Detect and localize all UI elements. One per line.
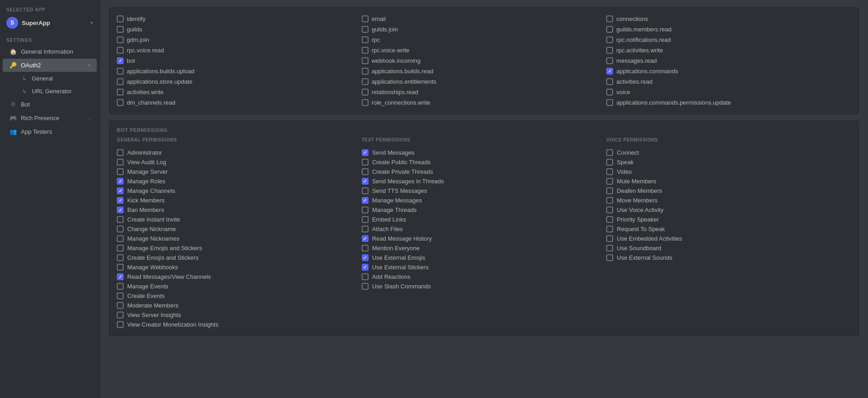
permission-item[interactable]: Manage Nicknames: [117, 234, 358, 243]
permission-item[interactable]: Manage Threads: [362, 205, 603, 215]
scope-item[interactable]: identify: [117, 14, 362, 24]
scope-checkbox[interactable]: [606, 36, 613, 43]
permission-checkbox[interactable]: [117, 197, 124, 204]
permission-checkbox[interactable]: [117, 159, 124, 166]
permission-checkbox[interactable]: [606, 245, 613, 252]
permission-checkbox[interactable]: [117, 273, 124, 280]
permission-item[interactable]: Manage Server: [117, 167, 358, 176]
permission-checkbox[interactable]: [117, 264, 124, 271]
permission-checkbox[interactable]: [362, 168, 369, 175]
permission-item[interactable]: Administrator: [117, 148, 358, 157]
permission-checkbox[interactable]: [362, 226, 369, 232]
app-selector[interactable]: S SuperApp ▾: [0, 14, 100, 31]
scope-checkbox[interactable]: [362, 36, 369, 43]
scope-item[interactable]: rpc.activities.write: [606, 45, 851, 55]
sidebar-item-url-generator[interactable]: ↳ URL Generator: [14, 85, 97, 97]
scope-checkbox[interactable]: [362, 89, 369, 96]
scope-checkbox[interactable]: [117, 89, 124, 96]
permission-checkbox[interactable]: [117, 292, 124, 299]
permission-item[interactable]: Mute Members: [606, 176, 848, 186]
sidebar-item-rich-presence[interactable]: 🎮 Rich Presence ›: [3, 111, 97, 125]
scope-item[interactable]: gdm.join: [117, 35, 362, 45]
permission-item[interactable]: Use Voice Activity: [606, 205, 848, 215]
permission-item[interactable]: Read Message History: [362, 234, 603, 243]
permission-checkbox[interactable]: [606, 207, 613, 213]
permission-checkbox[interactable]: [117, 283, 124, 290]
scope-item[interactable]: guilds.join: [362, 25, 607, 34]
permission-item[interactable]: Connect: [606, 148, 848, 157]
permission-checkbox[interactable]: [362, 273, 369, 280]
permission-item[interactable]: Create Public Threads: [362, 157, 603, 167]
scope-item[interactable]: applications.commands: [606, 66, 851, 76]
permission-checkbox[interactable]: [606, 178, 613, 185]
scope-item[interactable]: activities.read: [606, 77, 851, 86]
permission-checkbox[interactable]: [606, 226, 613, 232]
sidebar-item-app-testers[interactable]: 👥 App Testers: [3, 125, 97, 138]
permission-item[interactable]: Manage Messages: [362, 196, 603, 205]
permission-item[interactable]: Create Emojis and Stickers: [117, 253, 358, 262]
permission-checkbox[interactable]: [117, 302, 124, 309]
scope-item[interactable]: applications.builds.read: [362, 66, 607, 76]
scope-checkbox[interactable]: [606, 26, 613, 33]
permission-item[interactable]: Add Reactions: [362, 272, 603, 282]
permission-item[interactable]: View Creator Monetization Insights: [117, 320, 358, 329]
sidebar-item-bot[interactable]: ⚙ Bot: [3, 98, 97, 111]
permission-item[interactable]: Mention Everyone: [362, 243, 603, 253]
scope-item[interactable]: applications.entitlements: [362, 77, 607, 86]
permission-checkbox[interactable]: [362, 264, 369, 271]
permission-checkbox[interactable]: [606, 197, 613, 204]
scope-checkbox[interactable]: [362, 99, 369, 106]
scope-item[interactable]: rpc: [362, 35, 607, 45]
permission-item[interactable]: Manage Channels: [117, 186, 358, 196]
scope-checkbox[interactable]: [362, 47, 369, 54]
permission-checkbox[interactable]: [606, 254, 613, 261]
scope-item[interactable]: rpc.voice.read: [117, 45, 362, 55]
permission-item[interactable]: Send Messages: [362, 148, 603, 157]
scope-item[interactable]: applications.store.update: [117, 77, 362, 86]
scope-checkbox[interactable]: [606, 57, 613, 64]
permission-item[interactable]: Deafen Members: [606, 186, 848, 196]
permission-item[interactable]: Speak: [606, 157, 848, 167]
permission-item[interactable]: Manage Emojis and Stickers: [117, 243, 358, 253]
permission-item[interactable]: Ban Members: [117, 205, 358, 215]
permission-item[interactable]: Kick Members: [117, 196, 358, 205]
scope-checkbox[interactable]: [606, 78, 613, 85]
scope-item[interactable]: activities.write: [117, 87, 362, 97]
permission-item[interactable]: Attach Files: [362, 224, 603, 234]
scope-checkbox[interactable]: [606, 15, 613, 22]
permission-item[interactable]: Create Events: [117, 291, 358, 301]
scope-checkbox[interactable]: [362, 57, 369, 64]
permission-item[interactable]: Use Soundboard: [606, 243, 848, 253]
scope-checkbox[interactable]: [606, 68, 613, 75]
permission-checkbox[interactable]: [606, 187, 613, 194]
scope-item[interactable]: email: [362, 14, 607, 24]
scope-checkbox[interactable]: [606, 89, 613, 96]
permission-checkbox[interactable]: [117, 149, 124, 156]
permission-item[interactable]: Use External Sounds: [606, 253, 848, 262]
permission-item[interactable]: Read Messages/View Channels: [117, 272, 358, 282]
permission-item[interactable]: Use Slash Commands: [362, 282, 603, 291]
scope-checkbox[interactable]: [117, 57, 124, 64]
permission-item[interactable]: Video: [606, 167, 848, 176]
scope-item[interactable]: voice: [606, 87, 851, 97]
permission-checkbox[interactable]: [117, 226, 124, 232]
scope-item[interactable]: role_connections.write: [362, 98, 607, 107]
scope-checkbox[interactable]: [362, 15, 369, 22]
scope-item[interactable]: rpc.notifications.read: [606, 35, 851, 45]
permission-checkbox[interactable]: [606, 168, 613, 175]
permission-checkbox[interactable]: [362, 187, 369, 194]
permission-item[interactable]: Send Messages in Threads: [362, 176, 603, 186]
scope-checkbox[interactable]: [117, 36, 124, 43]
permission-checkbox[interactable]: [362, 245, 369, 252]
permission-item[interactable]: Use External Stickers: [362, 262, 603, 272]
scope-item[interactable]: guilds: [117, 25, 362, 34]
sidebar-item-general-information[interactable]: 🏠 General Information: [3, 45, 97, 58]
scope-checkbox[interactable]: [606, 47, 613, 54]
permission-checkbox[interactable]: [362, 207, 369, 213]
permission-item[interactable]: Create Instant Invite: [117, 215, 358, 224]
scope-item[interactable]: bot: [117, 56, 362, 65]
permission-checkbox[interactable]: [362, 159, 369, 166]
scope-item[interactable]: applications.commands.permissions.update: [606, 98, 851, 107]
permission-checkbox[interactable]: [606, 235, 613, 242]
permission-item[interactable]: Moderate Members: [117, 301, 358, 310]
